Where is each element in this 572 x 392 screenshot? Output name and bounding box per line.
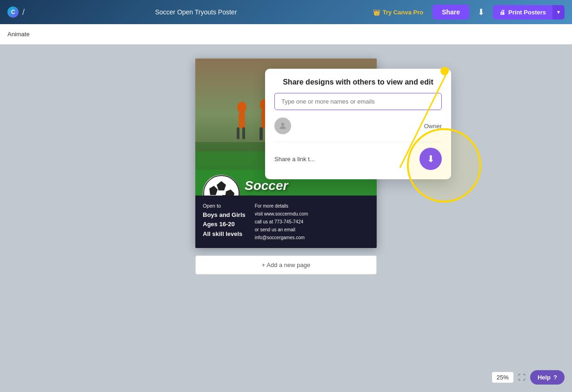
help-label: Help	[538, 374, 551, 381]
svg-rect-20	[237, 127, 239, 139]
svg-point-18	[237, 102, 246, 113]
print-posters-button[interactable]: 🖨 Print Posters	[493, 5, 552, 20]
share-user-row: Owner	[274, 118, 442, 134]
canva-logo: C	[7, 7, 19, 18]
help-icon: ?	[553, 374, 557, 381]
crown-icon: 👑	[373, 9, 380, 16]
header-left: C /	[7, 7, 25, 18]
poster-info: Open to Boys and Girls Ages 16-20 All sk…	[195, 196, 377, 248]
poster-title: Soccer Tryouts!	[245, 179, 297, 196]
info-right-line2: visit www.soccermdu.com	[255, 210, 308, 218]
soccer-ball	[203, 175, 240, 196]
share-link-row: Share a link t... ⬇	[274, 142, 442, 170]
share-button[interactable]: Share	[432, 5, 469, 20]
share-link-label: Share a link t...	[274, 156, 315, 163]
header-right: 👑 Try Canva Pro Share ⬇ 🖨 Print Posters …	[367, 4, 565, 20]
try-canva-pro-button[interactable]: 👑 Try Canva Pro	[367, 6, 429, 19]
info-right-line3: call us at 773-745-7424	[255, 218, 308, 226]
document-title: Soccer Open Tryouts Poster	[155, 8, 237, 16]
poster-info-left: Open to Boys and Girls Ages 16-20 All sk…	[203, 202, 246, 242]
add-page-button[interactable]: + Add a new page	[195, 255, 377, 274]
download-button[interactable]: ⬇	[473, 4, 489, 20]
poster-title-line2: Tryouts!	[245, 193, 297, 196]
info-right-line1: For more details	[255, 202, 308, 210]
info-right-line5: info@soccergames.com	[255, 234, 308, 242]
bottom-bar: 25% ⛶ Help ?	[492, 370, 565, 385]
header: C / Soccer Open Tryouts Poster 👑 Try Can…	[0, 0, 572, 24]
avatar	[274, 118, 291, 134]
info-line1: Open to	[203, 202, 246, 210]
slash-separator: /	[22, 7, 25, 17]
expand-button[interactable]: ⛶	[518, 373, 525, 382]
printer-icon: 🖨	[499, 9, 505, 16]
svg-rect-21	[242, 127, 245, 139]
canvas-area: Share designs with others to view and ed…	[0, 45, 572, 392]
info-line2: Boys and Girls	[203, 211, 246, 218]
print-dropdown-button[interactable]: ▾	[552, 5, 565, 20]
animate-label[interactable]: Animate	[7, 31, 30, 38]
print-group: 🖨 Print Posters ▾	[493, 5, 565, 20]
share-link-icons: ⬇	[419, 148, 442, 170]
share-popup: Share designs with others to view and ed…	[265, 69, 451, 179]
poster-title-line1: Soccer	[245, 179, 297, 193]
info-line4: All skill levels	[203, 230, 242, 237]
download-circle-icon[interactable]: ⬇	[419, 148, 442, 170]
share-email-input[interactable]	[274, 93, 442, 110]
share-popup-title: Share designs with others to view and ed…	[274, 78, 442, 86]
svg-point-0	[281, 123, 285, 126]
toolbar: Animate	[0, 24, 572, 45]
owner-badge: Owner	[424, 123, 442, 130]
poster-info-right: For more details visit www.soccermdu.com…	[255, 202, 308, 242]
svg-rect-19	[239, 112, 245, 128]
info-line3: Ages 16-20	[203, 221, 235, 228]
zoom-level: 25%	[492, 372, 513, 383]
help-button[interactable]: Help ?	[530, 370, 565, 385]
svg-rect-11	[259, 127, 263, 140]
info-right-line4: or send us an email	[255, 226, 308, 234]
